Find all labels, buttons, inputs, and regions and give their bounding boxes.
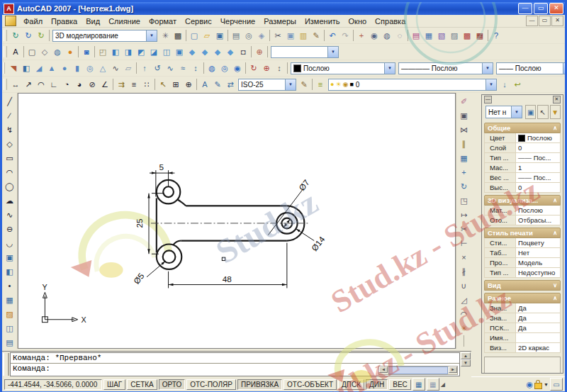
sphere-icon[interactable]: ● <box>58 62 71 75</box>
visual-style-hidden-icon[interactable]: ◍ <box>51 45 64 59</box>
property-row[interactable]: Зна...Да <box>484 313 561 323</box>
hatch-icon[interactable]: ▦ <box>3 293 17 307</box>
palette-close-button[interactable]: ✕ <box>553 96 561 103</box>
lock-icon[interactable] <box>534 383 542 389</box>
dim-jogged-icon[interactable]: ◕ <box>73 78 86 91</box>
dim-angular-icon[interactable]: ∠ <box>99 78 111 91</box>
doc-restore-button[interactable]: ▭ <box>539 16 551 26</box>
zoom-previous-icon[interactable]: ◌ <box>393 29 406 43</box>
property-row[interactable]: Имя... <box>484 333 561 343</box>
extend-icon[interactable]: ⊢ <box>457 236 471 250</box>
chevron-up-icon[interactable]: ∧ <box>553 230 557 236</box>
clean-screen-button[interactable]: ▭ <box>550 378 563 391</box>
torus-icon[interactable]: ◎ <box>84 62 96 75</box>
make-block-icon[interactable]: ◧ <box>3 264 17 279</box>
dim-style-icon[interactable]: ✎ <box>298 78 310 91</box>
close-button[interactable]: ✕ <box>549 3 563 14</box>
property-row[interactable]: Выс...0 <box>484 183 561 193</box>
view-front-icon[interactable]: ◫ <box>160 45 173 59</box>
rectangle-icon[interactable]: ▭ <box>3 151 17 165</box>
command-vscrollbar[interactable]: ▲ ▼ <box>461 352 471 376</box>
erase-icon[interactable]: ✐ <box>457 94 471 108</box>
dim-ordinate-icon[interactable]: ∟ <box>47 78 60 91</box>
layer-properties-icon[interactable]: ≡ <box>314 78 327 91</box>
zoom-window-icon[interactable]: ◍ <box>381 29 393 43</box>
plot-preview-icon[interactable]: ◎ <box>242 29 255 43</box>
explode-icon[interactable]: ✳ <box>457 321 471 335</box>
chevron-down-icon[interactable]: ∨ <box>553 282 557 289</box>
table-icon[interactable]: ▤ <box>3 335 17 349</box>
undo-icon[interactable]: ↶ <box>326 29 339 43</box>
view-se-iso-icon[interactable]: ◆ <box>198 45 211 59</box>
status-toggle-дпск[interactable]: ДПСК <box>338 379 364 390</box>
selection-combo[interactable]: Нет н ▼ <box>485 106 522 118</box>
menu-item-11[interactable]: Справка <box>371 16 410 26</box>
view-left-icon[interactable]: ◩ <box>135 45 147 59</box>
property-row[interactable]: Таб...Нет <box>484 248 561 258</box>
property-row[interactable]: ЦветПослою <box>484 133 561 143</box>
polyline-icon[interactable]: ↯ <box>3 123 17 137</box>
extrude-icon[interactable]: ↑ <box>138 62 151 75</box>
visual-style-3dwireframe-icon[interactable]: ◇ <box>38 45 51 59</box>
create-camera-icon[interactable]: ⊕ <box>253 45 266 59</box>
spline-icon[interactable]: ∿ <box>3 208 17 222</box>
dim-edit-icon[interactable]: A <box>198 78 211 91</box>
command-history[interactable]: Команда: *Прервано* <box>11 353 459 364</box>
orbit-continuous-icon[interactable]: ↻ <box>35 29 47 43</box>
rotate-icon[interactable]: ↻ <box>457 179 471 194</box>
layout-space-icon[interactable]: ▦ <box>427 378 439 391</box>
chevron-down-icon[interactable]: ▼ <box>485 79 496 90</box>
trim-icon[interactable]: ✂ <box>457 222 471 236</box>
scroll-left-icon[interactable]: ◀ <box>379 366 388 373</box>
property-value[interactable]: —— Пос... <box>516 153 560 162</box>
named-views-icon[interactable]: ◰ <box>96 45 109 59</box>
dim-linear-icon[interactable]: ↔ <box>9 78 22 91</box>
copy-icon[interactable]: ▣ <box>284 29 297 43</box>
chevron-down-icon[interactable]: ▼ <box>327 47 338 57</box>
center-mark-icon[interactable]: ⊕ <box>182 78 195 91</box>
property-value[interactable]: Послою <box>516 206 560 215</box>
3d-orbit-icon[interactable]: ↻ <box>247 62 260 75</box>
property-value[interactable]: Недоступно <box>516 268 560 277</box>
palette-section-header[interactable]: Разное∧ <box>484 293 561 303</box>
join-icon[interactable]: ∪ <box>457 279 471 293</box>
cut-icon[interactable]: ✂ <box>271 29 284 43</box>
calculator-icon[interactable]: ▦ <box>473 29 486 43</box>
property-row[interactable]: Вес ...—— Пос... <box>484 173 561 183</box>
toggle-pickadd-button[interactable]: ▣ <box>525 105 536 119</box>
property-value[interactable] <box>516 333 560 342</box>
quick-dim-icon[interactable]: ⇉ <box>115 78 128 91</box>
etransmit-icon[interactable]: ▩ <box>461 29 473 43</box>
mirror-icon[interactable]: ⋈ <box>457 123 471 137</box>
status-toggle-шаг[interactable]: ШАГ <box>103 379 125 390</box>
stretch-icon[interactable]: ↦ <box>457 208 471 222</box>
view-sw-iso-icon[interactable]: ◆ <box>186 45 198 59</box>
command-window-grip[interactable] <box>3 353 9 376</box>
menu-item-5[interactable]: Формат <box>145 16 181 26</box>
visual-style-2dwireframe-icon[interactable]: ▢ <box>26 45 38 59</box>
workspace-settings-icon[interactable]: ✳ <box>159 29 172 43</box>
chevron-down-icon[interactable]: ▼ <box>563 63 565 74</box>
helix-icon[interactable]: ∿ <box>109 62 122 75</box>
visual-style-realistic-icon[interactable]: ● <box>64 45 77 59</box>
markup-set-manager-icon[interactable]: ▧ <box>435 29 448 43</box>
doc-minimize-button[interactable]: — <box>526 16 538 26</box>
dim-baseline-icon[interactable]: ≡ <box>128 78 140 91</box>
select-objects-button[interactable]: ↖ <box>537 105 548 119</box>
make-layer-current-icon[interactable]: ↓ <box>498 78 511 91</box>
sheet-set-manager-icon[interactable]: ▦ <box>422 29 435 43</box>
chevron-down-icon[interactable]: ▼ <box>511 106 522 118</box>
layer-previous-icon[interactable]: ↩ <box>511 78 524 91</box>
quick-leader-icon[interactable]: ↖ <box>157 78 169 91</box>
drawing-canvas[interactable]: 5 25 48 Ø7 Ø14 Ø5 <box>18 93 456 349</box>
property-value[interactable]: —— Пос... <box>516 173 560 182</box>
menu-item-10[interactable]: Окно <box>344 16 371 26</box>
property-row[interactable]: Тип ...—— Пос... <box>484 153 561 163</box>
publish-icon[interactable]: ◈ <box>255 29 268 43</box>
quick-select-button[interactable]: ▼ <box>550 105 561 119</box>
pan-icon[interactable]: + <box>355 29 368 43</box>
palette-section-header[interactable]: Общие∧ <box>484 123 561 133</box>
break-icon[interactable]: ∦ <box>457 264 471 279</box>
copy-object-icon[interactable]: ▣ <box>457 108 471 123</box>
view-ne-iso-icon[interactable]: ◆ <box>211 45 224 59</box>
